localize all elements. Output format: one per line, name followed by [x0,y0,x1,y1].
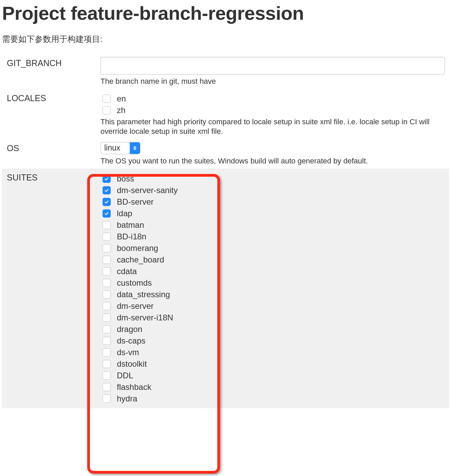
checkbox-label: dm-server-sanity [117,186,178,195]
suites-option: boss [100,174,445,184]
checkbox[interactable] [103,95,111,103]
suites-option: DDL [100,371,445,380]
git-branch-help: The branch name in git, must have [100,77,445,86]
checkbox-label: customds [117,278,152,288]
suites-option: dragon [100,324,445,334]
checkbox[interactable] [103,244,111,252]
checkbox-label: hydra [117,394,137,403]
param-label-suites: SUITES [7,171,100,183]
suites-option: dm-server-i18N [100,313,445,322]
checkbox-label: boss [117,174,134,184]
checkbox[interactable] [103,198,111,206]
suites-option: ds-vm [100,348,445,357]
locales-option: zh [100,106,445,115]
checkbox-label: batman [117,220,144,230]
checkbox-label: dragon [117,324,142,334]
locales-help: This parameter had high priority compare… [100,117,445,137]
checkbox-label: data_stressing [117,290,170,299]
checkbox-label: BD-server [117,197,154,207]
checkbox[interactable] [103,290,111,299]
checkbox[interactable] [103,325,111,333]
checkbox[interactable] [103,267,111,275]
suites-option: ldap [100,209,445,218]
checkbox[interactable] [103,175,111,183]
checkbox[interactable] [103,383,111,391]
checkbox-label: dm-server-i18N [117,313,173,322]
checkbox-label: dstoolkit [117,359,147,369]
suites-option: BD-i18n [100,232,445,241]
param-row-git-branch: GIT_BRANCH The branch name in git, must … [2,54,449,89]
checkbox-label: zh [117,106,125,115]
checkbox-label: flashback [117,382,151,392]
checkbox[interactable] [103,395,111,403]
checkbox[interactable] [103,106,111,114]
param-row-suites: SUITES bossdm-server-sanityBD-serverldap… [2,169,449,408]
checkbox-label: ds-caps [117,336,145,346]
suites-option: cdata [100,267,445,276]
param-label-os: OS [7,142,100,153]
checkbox[interactable] [103,186,111,194]
suites-option: batman [100,220,445,230]
suites-option: customds [100,278,445,288]
suites-option: hydra [100,394,445,403]
checkbox-label: cache_board [117,255,164,265]
checkbox[interactable] [103,360,111,368]
checkbox[interactable] [103,314,111,322]
checkbox[interactable] [103,209,111,218]
checkbox[interactable] [103,221,111,229]
checkbox[interactable] [103,256,111,264]
param-label-locales: LOCALES [7,92,100,103]
suites-option: ds-caps [100,336,445,346]
page-title: Project feature-branch-regression [2,2,449,24]
checkbox-label: en [117,94,126,104]
checkbox[interactable] [103,337,111,345]
suites-option: dm-server-sanity [100,186,445,195]
suites-option: dstoolkit [100,359,445,369]
checkbox[interactable] [103,233,111,241]
checkbox-label: ldap [117,209,132,218]
select-stepper-icon[interactable] [130,142,140,154]
intro-text: 需要如下参数用于构建项目: [2,34,449,45]
suites-option: data_stressing [100,290,445,299]
checkbox-label: dm-server [117,301,154,311]
checkbox-label: BD-i18n [117,232,146,241]
suites-option: cache_board [100,255,445,265]
suites-option: dm-server [100,301,445,311]
checkbox-label: cdata [117,267,137,276]
os-select-value: linux [101,142,130,154]
checkbox[interactable] [103,302,111,310]
param-row-locales: LOCALES enzh This parameter had high pri… [2,89,449,139]
git-branch-input[interactable] [100,57,445,75]
suites-option: boomerang [100,243,445,253]
checkbox[interactable] [103,371,111,380]
checkbox-label: boomerang [117,243,158,253]
suites-option: flashback [100,382,445,392]
checkbox-label: DDL [117,371,133,380]
checkbox-label: ds-vm [117,348,139,357]
checkbox[interactable] [103,348,111,356]
param-row-os: OS linux The OS you want to run the suit… [2,139,449,169]
os-help: The OS you want to run the suites, Windo… [100,156,445,166]
locales-option: en [100,94,445,104]
os-select[interactable]: linux [100,142,140,154]
suites-option: BD-server [100,197,445,207]
param-label-git-branch: GIT_BRANCH [7,57,100,68]
checkbox[interactable] [103,279,111,287]
